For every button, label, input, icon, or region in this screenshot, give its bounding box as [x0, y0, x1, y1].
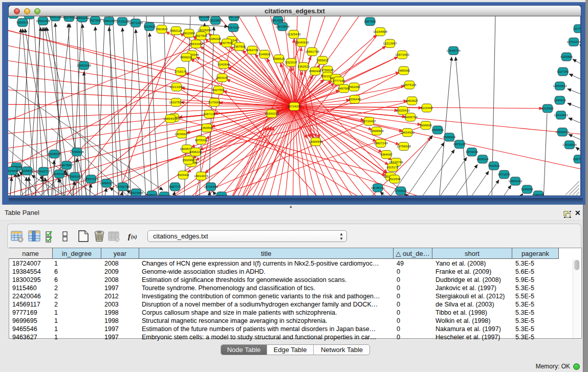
svg-text:9329966: 9329966 — [560, 55, 573, 58]
svg-text:1500998: 1500998 — [182, 158, 195, 162]
svg-text:9324514: 9324514 — [215, 194, 228, 195]
svg-text:9246081: 9246081 — [532, 193, 545, 195]
svg-text:8745032: 8745032 — [158, 194, 171, 195]
svg-text:10025433: 10025433 — [396, 108, 410, 112]
svg-text:9245013: 9245013 — [146, 193, 159, 195]
svg-text:5322037: 5322037 — [285, 60, 298, 64]
svg-text:10973493: 10973493 — [395, 53, 409, 56]
svg-text:1362615: 1362615 — [297, 64, 310, 68]
svg-text:19975867: 19975867 — [59, 163, 74, 167]
svg-text:8912954: 8912954 — [183, 31, 195, 35]
svg-text:10756928: 10756928 — [397, 144, 411, 148]
svg-text:1527602: 1527602 — [89, 18, 102, 22]
svg-text:17359928: 17359928 — [70, 150, 84, 154]
svg-text:16543362: 16543362 — [189, 42, 203, 46]
svg-text:10648784: 10648784 — [446, 49, 461, 52]
svg-text:8813054: 8813054 — [272, 18, 285, 22]
svg-text:10688609: 10688609 — [369, 129, 384, 133]
svg-text:7955812: 7955812 — [316, 58, 329, 62]
svg-text:9777169: 9777169 — [333, 79, 345, 82]
svg-text:16107554: 16107554 — [169, 100, 183, 104]
svg-text:9305571: 9305571 — [16, 20, 29, 24]
svg-text:7625402: 7625402 — [177, 173, 190, 177]
svg-text:10654112: 10654112 — [508, 179, 522, 183]
svg-text:18807249: 18807249 — [374, 141, 388, 145]
svg-text:18724007: 18724007 — [287, 104, 301, 108]
svg-text:2087682: 2087682 — [364, 19, 377, 23]
svg-text:7485063: 7485063 — [398, 69, 410, 72]
svg-text:19384554: 19384554 — [309, 140, 323, 143]
svg-text:7357224: 7357224 — [227, 26, 240, 29]
svg-text:2522544: 2522544 — [388, 177, 401, 181]
svg-text:7632621: 7632621 — [488, 164, 500, 167]
svg-text:9660124: 9660124 — [170, 29, 183, 32]
svg-text:9657771: 9657771 — [169, 185, 182, 188]
svg-text:3915941: 3915941 — [8, 169, 19, 172]
svg-text:16640910: 16640910 — [295, 40, 309, 44]
svg-text:7357227: 7357227 — [228, 16, 241, 18]
svg-text:1117574: 1117574 — [573, 27, 580, 30]
svg-text:17957275: 17957275 — [84, 177, 98, 181]
svg-text:1145194: 1145194 — [53, 172, 66, 176]
svg-text:(x): (x) — [131, 234, 137, 240]
svg-text:10653267: 10653267 — [75, 16, 90, 19]
svg-text:1615172: 1615172 — [386, 165, 399, 169]
svg-text:6794028: 6794028 — [321, 68, 334, 72]
svg-text:15226058: 15226058 — [198, 28, 212, 32]
svg-text:1588520: 1588520 — [273, 57, 286, 60]
svg-text:12213369: 12213369 — [169, 85, 184, 89]
svg-text:7663822: 7663822 — [156, 27, 168, 31]
svg-text:6879197: 6879197 — [453, 142, 466, 146]
svg-text:10719185: 10719185 — [115, 19, 129, 23]
svg-text:8878332: 8878332 — [195, 138, 208, 142]
svg-text:1353594: 1353594 — [201, 126, 213, 129]
svg-text:10958117: 10958117 — [99, 181, 114, 185]
svg-text:9699695: 9699695 — [420, 123, 432, 127]
svg-text:12093822: 12093822 — [553, 84, 567, 87]
svg-text:2803144: 2803144 — [216, 76, 229, 79]
svg-text:8454749: 8454749 — [246, 48, 259, 52]
svg-text:9146821: 9146821 — [258, 52, 271, 56]
svg-text:9327508: 9327508 — [221, 41, 233, 45]
svg-text:14914473: 14914473 — [194, 174, 208, 178]
svg-text:25300203: 25300203 — [265, 112, 279, 115]
svg-text:1065326: 1065326 — [49, 16, 62, 18]
svg-text:2718176: 2718176 — [175, 70, 187, 73]
svg-text:19166827: 19166827 — [175, 132, 189, 136]
svg-text:14136141: 14136141 — [371, 186, 385, 189]
svg-text:9170061: 9170061 — [208, 100, 221, 104]
svg-text:16961758: 16961758 — [305, 50, 319, 53]
svg-text:12213967: 12213967 — [383, 41, 397, 45]
svg-text:9245052: 9245052 — [521, 187, 534, 191]
svg-text:1244415: 1244415 — [554, 98, 567, 102]
svg-text:9896011: 9896011 — [180, 55, 192, 59]
svg-text:20691406: 20691406 — [36, 19, 50, 23]
svg-text:3267130: 3267130 — [203, 112, 216, 116]
svg-text:15692971: 15692971 — [555, 130, 570, 134]
svg-text:9115460: 9115460 — [421, 106, 433, 110]
svg-text:9474444: 9474444 — [466, 150, 478, 154]
svg-text:1733426: 1733426 — [395, 189, 407, 192]
svg-text:9384067: 9384067 — [380, 152, 393, 156]
svg-text:2367608: 2367608 — [233, 45, 246, 48]
svg-text:1156829: 1156829 — [21, 169, 33, 172]
svg-text:2036448: 2036448 — [349, 97, 361, 101]
svg-text:16033809: 16033809 — [208, 18, 223, 22]
svg-text:1267533: 1267533 — [573, 157, 580, 161]
svg-text:19218506: 19218506 — [275, 25, 290, 28]
svg-text:2935114: 2935114 — [476, 157, 489, 161]
svg-text:9463627: 9463627 — [406, 99, 419, 102]
svg-text:11325419: 11325419 — [287, 32, 301, 36]
svg-text:17016504: 17016504 — [562, 143, 577, 146]
svg-text:9242848: 9242848 — [217, 62, 230, 66]
svg-text:10671365: 10671365 — [128, 21, 143, 25]
svg-text:7462066: 7462066 — [348, 85, 361, 89]
svg-text:20206576: 20206576 — [47, 152, 61, 156]
svg-text:19654923: 19654923 — [400, 130, 415, 134]
svg-text:9498222: 9498222 — [189, 150, 202, 154]
svg-text:8471676: 8471676 — [498, 172, 511, 176]
svg-text:10210643: 10210643 — [554, 113, 568, 117]
svg-text:8990448: 8990448 — [309, 69, 322, 73]
svg-text:8215955: 8215955 — [541, 106, 554, 110]
svg-text:16495794: 16495794 — [403, 115, 418, 119]
